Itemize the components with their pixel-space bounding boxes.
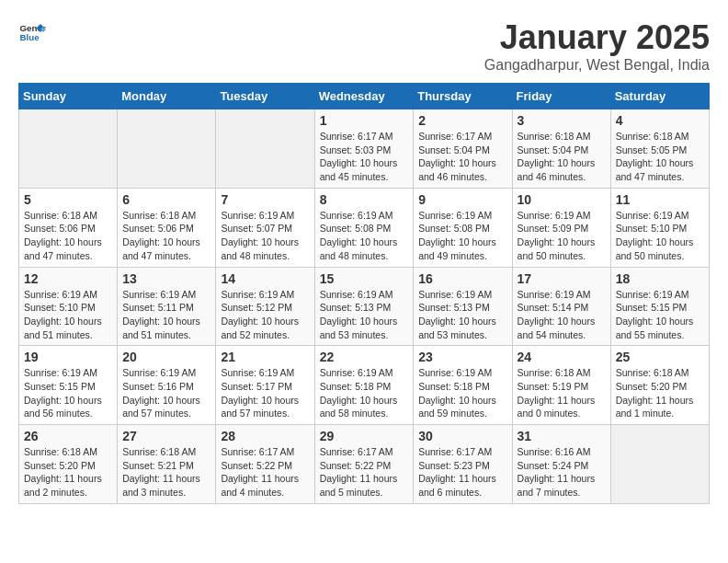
calendar-cell: 7Sunrise: 6:19 AM Sunset: 5:07 PM Daylig… <box>216 188 314 267</box>
day-info: Sunrise: 6:19 AM Sunset: 5:17 PM Dayligh… <box>221 366 309 420</box>
day-number: 17 <box>518 271 606 286</box>
day-info: Sunrise: 6:17 AM Sunset: 5:03 PM Dayligh… <box>320 130 409 184</box>
day-number: 6 <box>122 192 210 207</box>
day-info: Sunrise: 6:18 AM Sunset: 5:06 PM Dayligh… <box>24 209 112 263</box>
calendar-subtitle: Gangadharpur, West Bengal, India <box>484 57 710 74</box>
day-info: Sunrise: 6:19 AM Sunset: 5:18 PM Dayligh… <box>418 366 506 420</box>
day-number: 22 <box>320 350 409 364</box>
calendar-cell: 13Sunrise: 6:19 AM Sunset: 5:11 PM Dayli… <box>118 267 216 346</box>
week-row-2: 12Sunrise: 6:19 AM Sunset: 5:10 PM Dayli… <box>19 267 710 346</box>
logo-icon: General Blue <box>18 18 46 46</box>
calendar-cell: 10Sunrise: 6:19 AM Sunset: 5:09 PM Dayli… <box>512 188 610 267</box>
calendar-cell: 26Sunrise: 6:18 AM Sunset: 5:20 PM Dayli… <box>19 425 118 504</box>
calendar-cell: 31Sunrise: 6:16 AM Sunset: 5:24 PM Dayli… <box>512 425 610 504</box>
calendar-cell: 22Sunrise: 6:19 AM Sunset: 5:18 PM Dayli… <box>314 346 414 425</box>
day-number: 7 <box>221 192 309 207</box>
page-header: General Blue January 2025 Gangadharpur, … <box>18 18 710 74</box>
day-number: 12 <box>24 271 112 286</box>
day-number: 3 <box>518 113 606 128</box>
day-number: 24 <box>518 350 606 364</box>
calendar-cell: 23Sunrise: 6:19 AM Sunset: 5:18 PM Dayli… <box>414 346 512 425</box>
day-number: 25 <box>616 350 704 364</box>
day-number: 28 <box>221 429 309 443</box>
calendar-cell: 25Sunrise: 6:18 AM Sunset: 5:20 PM Dayli… <box>610 346 709 425</box>
weekday-header-row: SundayMondayTuesdayWednesdayThursdayFrid… <box>19 84 710 109</box>
calendar-cell <box>610 425 709 504</box>
day-info: Sunrise: 6:19 AM Sunset: 5:09 PM Dayligh… <box>518 209 606 263</box>
day-info: Sunrise: 6:17 AM Sunset: 5:22 PM Dayligh… <box>221 445 309 500</box>
calendar-table: SundayMondayTuesdayWednesdayThursdayFrid… <box>18 83 710 504</box>
day-number: 20 <box>122 350 210 364</box>
weekday-header-wednesday: Wednesday <box>314 84 414 109</box>
week-row-3: 19Sunrise: 6:19 AM Sunset: 5:15 PM Dayli… <box>19 346 710 425</box>
day-number: 14 <box>221 271 309 286</box>
weekday-header-saturday: Saturday <box>610 84 709 109</box>
calendar-cell <box>19 109 118 189</box>
day-number: 10 <box>518 192 606 207</box>
calendar-cell: 15Sunrise: 6:19 AM Sunset: 5:13 PM Dayli… <box>314 267 414 346</box>
day-info: Sunrise: 6:19 AM Sunset: 5:10 PM Dayligh… <box>24 288 112 342</box>
calendar-cell: 17Sunrise: 6:19 AM Sunset: 5:14 PM Dayli… <box>512 267 610 346</box>
day-info: Sunrise: 6:18 AM Sunset: 5:20 PM Dayligh… <box>616 366 704 420</box>
day-number: 2 <box>418 113 506 128</box>
day-info: Sunrise: 6:19 AM Sunset: 5:14 PM Dayligh… <box>518 288 606 342</box>
day-number: 15 <box>320 271 409 286</box>
weekday-header-friday: Friday <box>512 84 610 109</box>
calendar-title: January 2025 <box>484 18 710 57</box>
calendar-cell: 6Sunrise: 6:18 AM Sunset: 5:06 PM Daylig… <box>118 188 216 267</box>
calendar-cell: 30Sunrise: 6:17 AM Sunset: 5:23 PM Dayli… <box>414 425 512 504</box>
day-info: Sunrise: 6:19 AM Sunset: 5:11 PM Dayligh… <box>122 288 210 342</box>
day-info: Sunrise: 6:18 AM Sunset: 5:19 PM Dayligh… <box>518 366 606 420</box>
day-number: 16 <box>418 271 506 286</box>
day-info: Sunrise: 6:19 AM Sunset: 5:10 PM Dayligh… <box>616 209 704 263</box>
day-info: Sunrise: 6:17 AM Sunset: 5:23 PM Dayligh… <box>418 445 506 500</box>
logo: General Blue <box>18 18 46 46</box>
calendar-cell: 5Sunrise: 6:18 AM Sunset: 5:06 PM Daylig… <box>19 188 118 267</box>
calendar-cell: 9Sunrise: 6:19 AM Sunset: 5:08 PM Daylig… <box>414 188 512 267</box>
week-row-0: 1Sunrise: 6:17 AM Sunset: 5:03 PM Daylig… <box>19 109 710 189</box>
day-number: 23 <box>418 350 506 364</box>
calendar-cell: 20Sunrise: 6:19 AM Sunset: 5:16 PM Dayli… <box>118 346 216 425</box>
calendar-cell: 19Sunrise: 6:19 AM Sunset: 5:15 PM Dayli… <box>19 346 118 425</box>
weekday-header-sunday: Sunday <box>19 84 118 109</box>
calendar-cell <box>216 109 314 189</box>
day-info: Sunrise: 6:19 AM Sunset: 5:12 PM Dayligh… <box>221 288 309 342</box>
day-number: 29 <box>320 429 409 443</box>
weekday-header-monday: Monday <box>118 84 216 109</box>
calendar-cell: 21Sunrise: 6:19 AM Sunset: 5:17 PM Dayli… <box>216 346 314 425</box>
day-info: Sunrise: 6:19 AM Sunset: 5:15 PM Dayligh… <box>24 366 112 420</box>
day-number: 4 <box>616 113 704 128</box>
svg-text:Blue: Blue <box>20 32 40 42</box>
day-info: Sunrise: 6:18 AM Sunset: 5:04 PM Dayligh… <box>518 130 606 184</box>
day-info: Sunrise: 6:19 AM Sunset: 5:18 PM Dayligh… <box>320 366 409 420</box>
day-number: 5 <box>24 192 112 207</box>
day-info: Sunrise: 6:18 AM Sunset: 5:05 PM Dayligh… <box>616 130 704 184</box>
week-row-4: 26Sunrise: 6:18 AM Sunset: 5:20 PM Dayli… <box>19 425 710 504</box>
calendar-cell: 14Sunrise: 6:19 AM Sunset: 5:12 PM Dayli… <box>216 267 314 346</box>
day-info: Sunrise: 6:16 AM Sunset: 5:24 PM Dayligh… <box>518 445 606 500</box>
day-info: Sunrise: 6:18 AM Sunset: 5:20 PM Dayligh… <box>24 445 112 500</box>
day-number: 9 <box>418 192 506 207</box>
day-info: Sunrise: 6:18 AM Sunset: 5:21 PM Dayligh… <box>122 445 210 500</box>
day-number: 27 <box>122 429 210 443</box>
day-number: 26 <box>24 429 112 443</box>
day-info: Sunrise: 6:19 AM Sunset: 5:07 PM Dayligh… <box>221 209 309 263</box>
calendar-cell: 4Sunrise: 6:18 AM Sunset: 5:05 PM Daylig… <box>610 109 709 189</box>
day-info: Sunrise: 6:17 AM Sunset: 5:04 PM Dayligh… <box>418 130 506 184</box>
day-number: 13 <box>122 271 210 286</box>
day-number: 21 <box>221 350 309 364</box>
day-info: Sunrise: 6:19 AM Sunset: 5:15 PM Dayligh… <box>616 288 704 342</box>
calendar-cell: 28Sunrise: 6:17 AM Sunset: 5:22 PM Dayli… <box>216 425 314 504</box>
day-info: Sunrise: 6:19 AM Sunset: 5:13 PM Dayligh… <box>418 288 506 342</box>
calendar-cell <box>118 109 216 189</box>
calendar-cell: 12Sunrise: 6:19 AM Sunset: 5:10 PM Dayli… <box>19 267 118 346</box>
day-number: 11 <box>616 192 704 207</box>
calendar-cell: 27Sunrise: 6:18 AM Sunset: 5:21 PM Dayli… <box>118 425 216 504</box>
title-block: January 2025 Gangadharpur, West Bengal, … <box>484 18 710 74</box>
week-row-1: 5Sunrise: 6:18 AM Sunset: 5:06 PM Daylig… <box>19 188 710 267</box>
calendar-cell: 2Sunrise: 6:17 AM Sunset: 5:04 PM Daylig… <box>414 109 512 189</box>
calendar-cell: 8Sunrise: 6:19 AM Sunset: 5:08 PM Daylig… <box>314 188 414 267</box>
weekday-header-thursday: Thursday <box>414 84 512 109</box>
day-info: Sunrise: 6:19 AM Sunset: 5:08 PM Dayligh… <box>320 209 409 263</box>
day-number: 8 <box>320 192 409 207</box>
